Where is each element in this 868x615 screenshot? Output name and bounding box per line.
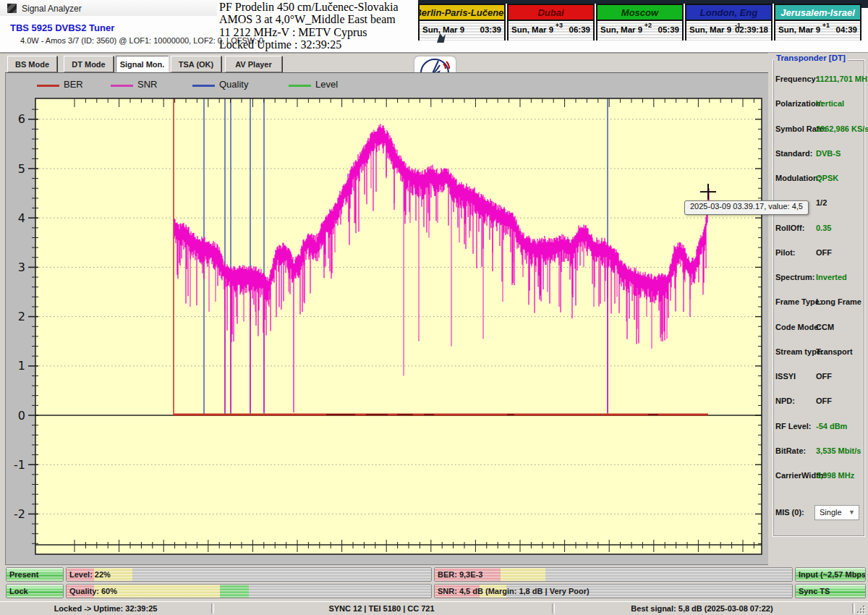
toolbar-button-tsa-ok-[interactable]: TSA (OK) (171, 56, 221, 72)
transponder-row-label: Frame Type: (775, 297, 822, 306)
transponder-row-label: Standard: (775, 149, 812, 158)
meter-label: Present (9, 570, 38, 579)
mis-label: MIS (0): (775, 508, 804, 517)
chevron-down-icon: ▼ (848, 509, 855, 516)
clock-utc-offset: +2 (644, 22, 652, 29)
transponder-row-value: OFF (816, 372, 832, 381)
clock-body: Sun, Mar 9+104:39 (775, 21, 860, 41)
transponder-row-value: QPSK (816, 174, 838, 182)
transponder-row: Symbol Rate:2962,986 KS/s (768, 124, 868, 135)
transponder-row-label: Spectrum: (775, 273, 814, 281)
clock-time: 03:39 (480, 25, 501, 34)
meter-quality-60-: Quality: 60% (66, 584, 432, 598)
toolbar-button-dt-mode[interactable]: DT Mode (64, 56, 114, 72)
station-info-text: PF Prodelin 450 cm/Lučenec-SlovakiaAMOS … (219, 1, 418, 51)
transponder-row-label: ISSYI (775, 372, 796, 381)
clock-city-label: London, Eng (686, 5, 771, 21)
clock-body: Sun, Mar 903:39 (420, 21, 504, 41)
clock-time: 06:39 (569, 25, 590, 34)
clock-date: Sun, Mar 9 (600, 25, 642, 34)
clock-utc-offset: +3 (556, 22, 563, 29)
transponder-row-value: Transport (816, 347, 853, 356)
clock-city-label: Dubai (509, 5, 593, 21)
y-axis-label: 2 (18, 310, 25, 323)
transponder-row-value: 3,535 Mbit/s (816, 446, 861, 455)
transponder-row-value: OFF (816, 248, 832, 257)
statusbar-separator (552, 603, 555, 614)
meter-sync-ts: Sync TS (795, 584, 866, 598)
transponder-title: Transponder [DT] (774, 54, 848, 62)
clock-time: 04:39 (836, 25, 857, 34)
resize-grip[interactable] (857, 606, 866, 614)
clock-date: Sun, Mar 9 (422, 25, 464, 34)
y-axis-label: 0 (18, 409, 25, 423)
clock-cell: Berlin-Paris-LučenecSun, Mar 903:39 (418, 4, 506, 41)
transponder-row-label: BitRate: (775, 446, 806, 455)
y-axis-label: 4 (18, 211, 25, 225)
clock-cell: DubaiSun, Mar 9+306:39 (507, 4, 595, 41)
clock-time: 02:39:18 (735, 25, 768, 34)
transponder-row: Frame Type:Long Frame (768, 297, 868, 308)
meter-label: Lock (9, 587, 28, 595)
signal-analyzer-window: Signal Analyzer TBS 5925 DVBS2 Tuner 4.0… (0, 0, 868, 615)
y-axis-label: 6 (18, 112, 25, 126)
transponder-row-label: Frequency: (775, 75, 818, 83)
title-bar: Signal Analyzer (0, 0, 217, 16)
clock-city-label: Jerusalem-Israel (775, 5, 860, 21)
transponder-row-value: 2962,986 KS/s (816, 124, 868, 133)
y-axis-label: 3 (18, 260, 25, 274)
meter-label: Sync TS (799, 587, 830, 595)
clock-city-label: Moscow (597, 5, 682, 21)
meter-ridges (435, 568, 792, 581)
meter-label: BER: 9,3E-3 (438, 570, 482, 579)
world-clocks: Berlin-Paris-LučenecSun, Mar 903:39Dubai… (418, 0, 862, 43)
station-info-line: 11 212 MHz-V : METV Cyprus (219, 26, 418, 38)
meter-label: Quality: 60% (69, 587, 117, 595)
meter-ber-9-3e-3: BER: 9,3E-3 (434, 567, 793, 582)
statusbar-separator (852, 603, 855, 614)
transponder-row-value: Vertical (816, 99, 844, 108)
y-axis-label: 5 (18, 162, 25, 176)
window-title: Signal Analyzer (22, 4, 82, 14)
clock-cell: MoscowSun, Mar 9+205:39 (596, 4, 684, 41)
transponder-row-value: 0.35 (816, 224, 831, 232)
status-bar: Locked -> Uptime: 32:39:25SYNC 12 | TEI … (0, 601, 868, 615)
statusbar-separator (211, 603, 214, 614)
clock-body: Sun, Mar 9-102:39:18 (686, 21, 771, 41)
transponder-row: Stream type:Transport (768, 347, 868, 357)
app-icon (7, 4, 17, 13)
statusbar-section: Best signal: 5,8 dB (2025-03-08 07:22) (552, 604, 852, 613)
clock-time: 05:39 (658, 25, 679, 34)
clock-body: Sun, Mar 9+205:39 (597, 21, 682, 41)
transponder-row-value: OFF (816, 396, 832, 405)
transponder-row: Spectrum:Inverted (768, 273, 868, 283)
clock-date: Sun, Mar 9 (511, 25, 553, 34)
transponder-row: BitRate:3,535 Mbit/s (768, 446, 868, 457)
transponder-row: RF Level:-54 dBm (768, 422, 868, 432)
transponder-row: CarrierWidth:3,998 MHz (768, 471, 868, 481)
transponder-row-value: -54 dBm (816, 422, 847, 430)
station-info-line: Locked Uptime : 32:39:25 (219, 38, 418, 51)
statusbar-section: SYNC 12 | TEI 5180 | CC 721 (211, 604, 552, 613)
toolbar-button-av-player[interactable]: AV Player (225, 56, 282, 72)
plot-area: 6543210-1-2 (6, 73, 768, 564)
clock-cell: London, EngSun, Mar 9-102:39:18 (685, 4, 773, 41)
transponder-panel: Transponder [DT] Frequency:11211,701 MHz… (768, 53, 868, 565)
y-axis-label: 1 (18, 359, 25, 373)
meter-ridges (67, 568, 431, 581)
transponder-row: Pilot:OFF (768, 248, 868, 258)
toolbar-button-signal-mon-[interactable]: Signal Mon. (116, 56, 169, 72)
transponder-row-value: 1/2 (816, 198, 827, 207)
meter-lock: Lock (6, 584, 64, 598)
transponder-row: ISSYIOFF (768, 372, 868, 382)
toolbar-button-bs-mode[interactable]: BS Mode (7, 56, 57, 72)
mis-row: MIS (0): Single ▼ (768, 505, 868, 521)
meter-level-22-: Level: 22% (66, 567, 432, 582)
cursor-tooltip: 2025-03-09 03.39.17, value: 4,5 (684, 200, 809, 215)
transponder-row: Standard:DVB-S (768, 149, 868, 159)
clock-date: Sun, Mar 9 (778, 25, 820, 34)
mis-select[interactable]: Single ▼ (814, 505, 859, 520)
transponder-row-value: DVB-S (816, 149, 841, 158)
station-info-line: AMOS 3 at 4,0°W_Middle East beam (219, 13, 418, 25)
transponder-row: Polarization:Vertical (768, 99, 868, 109)
